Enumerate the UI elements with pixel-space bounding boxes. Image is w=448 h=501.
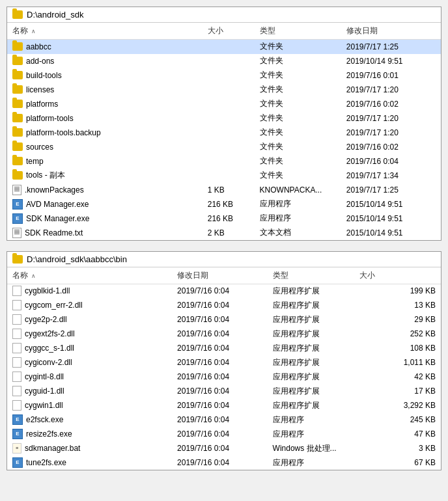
file-type: 文件夹 xyxy=(255,54,341,68)
table-row[interactable]: cyguid-1.dll2019/7/16 0:04应用程序扩展17 KB xyxy=(7,384,441,398)
file-size: 216 KB xyxy=(203,197,255,211)
file-date: 2019/7/16 0:04 xyxy=(172,370,268,384)
file-name-cell: cyguid-1.dll xyxy=(7,384,172,398)
file-size xyxy=(203,154,255,169)
file-date: 2019/7/17 1:34 xyxy=(341,169,441,183)
table-row[interactable]: cygext2fs-2.dll2019/7/16 0:04应用程序扩展252 K… xyxy=(7,327,441,341)
exe-icon: E xyxy=(12,414,23,425)
exe-icon: E xyxy=(12,457,23,468)
table-row[interactable]: temp文件夹2019/7/16 0:04 xyxy=(7,154,441,169)
file-size: 1,011 KB xyxy=(354,355,441,370)
file-size: 17 KB xyxy=(354,384,441,398)
file-size: 29 KB xyxy=(354,312,441,327)
table-row[interactable]: platforms文件夹2019/7/16 0:02 xyxy=(7,97,441,111)
table-row[interactable]: tools - 副本文件夹2019/7/17 1:34 xyxy=(7,169,441,183)
table-row[interactable]: cyggcc_s-1.dll2019/7/16 0:04应用程序扩展108 KB xyxy=(7,341,441,355)
file-name-cell: .knownPackages xyxy=(7,183,203,197)
file-name-cell: Ee2fsck.exe xyxy=(7,413,172,427)
file-name: cyguid-1.dll xyxy=(25,386,64,396)
file-name-cell: build-tools xyxy=(7,68,203,83)
col-type-2[interactable]: 类型 xyxy=(268,267,354,284)
col-size-2[interactable]: 大小 xyxy=(354,267,441,284)
file-type: 应用程序扩展 xyxy=(268,284,354,298)
explorer-window-2: D:\android_sdk\aabbcc\bin 名称 ∧ 修改日期 类型 大… xyxy=(7,251,441,471)
txt-icon xyxy=(12,185,21,195)
table-row[interactable]: Eresize2fs.exe2019/7/16 0:04应用程序47 KB xyxy=(7,427,441,441)
file-size: 199 KB xyxy=(354,284,441,298)
file-name: cygiconv-2.dll xyxy=(25,358,72,367)
dll-icon xyxy=(12,386,21,396)
folder-icon xyxy=(12,71,23,79)
file-size: 252 KB xyxy=(354,327,441,341)
table-row[interactable]: EAVD Manager.exe216 KB应用程序2015/10/14 9:5… xyxy=(7,197,441,211)
exe-icon: E xyxy=(12,213,23,224)
file-size xyxy=(203,54,255,68)
file-name-cell: cygintl-8.dll xyxy=(7,370,172,384)
table-row[interactable]: cyge2p-2.dll2019/7/16 0:04应用程序扩展29 KB xyxy=(7,312,441,327)
table-row[interactable]: SDK Readme.txt2 KB文本文档2015/10/14 9:51 xyxy=(7,226,441,240)
file-date: 2019/7/16 0:02 xyxy=(341,97,441,111)
table-row[interactable]: .knownPackages1 KBKNOWNPACKA...2019/7/17… xyxy=(7,183,441,197)
file-name: platforms xyxy=(26,100,58,109)
file-date: 2019/10/14 9:51 xyxy=(341,54,441,68)
address-bar-2: D:\android_sdk\aabbcc\bin xyxy=(7,252,441,267)
file-date: 2019/7/17 1:25 xyxy=(341,183,441,197)
txt-icon xyxy=(12,228,21,238)
file-name-cell: ≡sdkmanager.bat xyxy=(7,441,172,455)
table-row[interactable]: licenses文件夹2019/7/17 1:20 xyxy=(7,83,441,97)
file-date: 2019/7/16 0:02 xyxy=(341,140,441,154)
table-row[interactable]: cygblkid-1.dll2019/7/16 0:04应用程序扩展199 KB xyxy=(7,284,441,298)
file-name: build-tools xyxy=(26,71,62,80)
file-name: platform-tools xyxy=(26,114,74,123)
table-row[interactable]: cygiconv-2.dll2019/7/16 0:04应用程序扩展1,011 … xyxy=(7,355,441,370)
table-row[interactable]: cygwin1.dll2019/7/16 0:04应用程序扩展3,292 KB xyxy=(7,398,441,413)
file-date: 2015/10/14 9:51 xyxy=(341,226,441,240)
file-name: cyge2p-2.dll xyxy=(25,315,67,324)
col-name-1[interactable]: 名称 ∧ xyxy=(7,23,203,40)
file-name: sdkmanager.bat xyxy=(25,444,80,453)
col-date-1[interactable]: 修改日期 xyxy=(341,23,441,40)
file-date: 2019/7/16 0:04 xyxy=(172,327,268,341)
file-size: 13 KB xyxy=(354,298,441,312)
file-size xyxy=(203,111,255,126)
table-row[interactable]: cygintl-8.dll2019/7/16 0:04应用程序扩展42 KB xyxy=(7,370,441,384)
file-name: cyggcc_s-1.dll xyxy=(25,344,74,353)
file-date: 2019/7/16 0:04 xyxy=(172,398,268,413)
file-size xyxy=(203,40,255,54)
table-row[interactable]: platform-tools.backup文件夹2019/7/17 1:20 xyxy=(7,126,441,140)
table-header-row-2: 名称 ∧ 修改日期 类型 大小 xyxy=(7,267,441,284)
table-row[interactable]: Ee2fsck.exe2019/7/16 0:04应用程序245 KB xyxy=(7,413,441,427)
col-type-1[interactable]: 类型 xyxy=(255,23,341,40)
file-name: .knownPackages xyxy=(25,185,84,195)
col-size-1[interactable]: 大小 xyxy=(203,23,255,40)
table-row[interactable]: aabbcc文件夹2019/7/17 1:25 xyxy=(7,40,441,54)
table-row[interactable]: Etune2fs.exe2019/7/16 0:04应用程序67 KB xyxy=(7,455,441,470)
table-row[interactable]: add-ons文件夹2019/10/14 9:51 xyxy=(7,54,441,68)
folder-icon xyxy=(12,42,23,51)
col-date-2[interactable]: 修改日期 xyxy=(172,267,268,284)
dll-icon xyxy=(12,343,21,353)
file-name-cell: cygblkid-1.dll xyxy=(7,284,172,298)
file-size: 3 KB xyxy=(354,441,441,455)
file-name: AVD Manager.exe xyxy=(26,200,89,209)
dll-icon xyxy=(12,329,21,339)
table-row[interactable]: ESDK Manager.exe216 KB应用程序2015/10/14 9:5… xyxy=(7,211,441,226)
file-name: platform-tools.backup xyxy=(26,128,101,137)
dll-icon xyxy=(12,372,21,382)
table-row[interactable]: ≡sdkmanager.bat2019/7/16 0:04Windows 批处理… xyxy=(7,441,441,455)
file-type: 应用程序扩展 xyxy=(268,341,354,355)
file-type: 文件夹 xyxy=(255,140,341,154)
address-path-2: D:\android_sdk\aabbcc\bin xyxy=(27,254,127,264)
file-name: cygwin1.dll xyxy=(25,401,63,410)
file-date: 2015/10/14 9:51 xyxy=(341,197,441,211)
table-row[interactable]: platform-tools文件夹2019/7/17 1:20 xyxy=(7,111,441,126)
file-size: 42 KB xyxy=(354,370,441,384)
table-row[interactable]: build-tools文件夹2019/7/16 0:01 xyxy=(7,68,441,83)
file-table-2: 名称 ∧ 修改日期 类型 大小 cygblkid-1.dll2019/7/16 … xyxy=(7,267,441,470)
file-date: 2019/7/17 1:20 xyxy=(341,83,441,97)
file-name-cell: cygext2fs-2.dll xyxy=(7,327,172,341)
table-row[interactable]: cygcom_err-2.dll2019/7/16 0:04应用程序扩展13 K… xyxy=(7,298,441,312)
col-name-2[interactable]: 名称 ∧ xyxy=(7,267,172,284)
table-row[interactable]: sources文件夹2019/7/16 0:02 xyxy=(7,140,441,154)
file-name-cell: platform-tools.backup xyxy=(7,126,203,140)
